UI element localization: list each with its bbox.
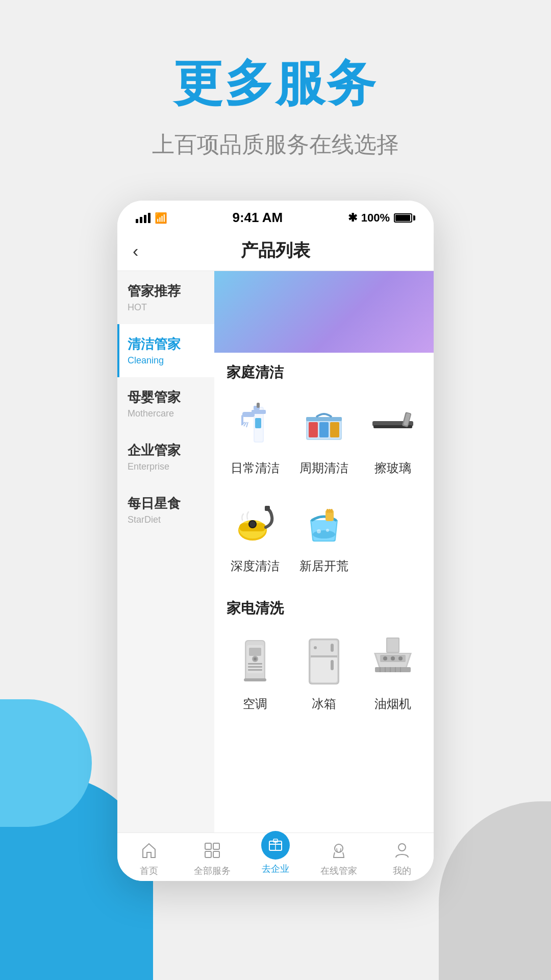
sidebar-item-stardiet-name: 每日星食 — [128, 495, 206, 512]
home-tab-icon — [138, 839, 160, 862]
svg-point-29 — [326, 529, 329, 532]
item-deep-cleaning[interactable]: 深度清洁 — [222, 486, 287, 580]
svg-rect-16 — [306, 417, 342, 421]
item-daily-cleaning[interactable]: 日常清洁 — [222, 388, 287, 482]
sidebar-item-cleaning-sub: Cleaning — [128, 355, 206, 366]
section-header-appliance-cleaning: 家电清洗 — [214, 589, 434, 624]
svg-rect-38 — [248, 666, 262, 668]
sidebar-item-cleaning-name: 清洁管家 — [128, 335, 206, 353]
ac-label: 空调 — [243, 696, 267, 712]
daily-cleaning-icon — [227, 397, 283, 453]
status-bar: 📶 9:41 AM ✱ 100% — [117, 201, 434, 231]
svg-rect-4 — [257, 403, 260, 408]
svg-rect-26 — [265, 506, 270, 511]
services-tab-icon — [201, 839, 223, 862]
back-button[interactable]: ‹ — [133, 241, 158, 261]
item-new-home[interactable]: 新居开荒 — [291, 486, 356, 580]
hood-icon — [365, 632, 421, 689]
item-glass-cleaning[interactable]: 擦玻璃 — [361, 388, 425, 482]
sidebar-item-hot-name: 管家推荐 — [128, 282, 206, 300]
sidebar-item-stardiet[interactable]: 每日星食 StarDiet — [117, 483, 214, 536]
manager-tab-icon — [328, 839, 350, 862]
home-tab-label: 首页 — [140, 865, 158, 877]
status-right: ✱ 100% — [348, 211, 415, 225]
services-tab-label: 全部服务 — [194, 865, 231, 877]
main-content: 家庭清洁 — [214, 271, 434, 832]
svg-point-42 — [254, 657, 257, 660]
nav-bar: ‹ 产品列表 — [117, 231, 434, 271]
daily-cleaning-label: 日常清洁 — [231, 460, 280, 476]
svg-rect-65 — [213, 843, 219, 849]
svg-rect-49 — [331, 660, 334, 670]
promo-section: 更多服务 上百项品质服务在线选择 — [0, 0, 551, 201]
appliance-cleaning-grid: 空调 — [214, 624, 434, 726]
svg-point-72 — [335, 844, 343, 852]
svg-rect-67 — [213, 851, 219, 857]
tab-enterprise[interactable]: 去企业 — [244, 839, 307, 877]
tab-bar: 首页 全部服务 去企业 — [117, 832, 434, 881]
svg-point-25 — [249, 521, 256, 527]
svg-point-62 — [391, 656, 395, 660]
svg-rect-50 — [311, 655, 337, 657]
item-hood[interactable]: 油烟机 — [361, 624, 425, 718]
sidebar-item-enterprise-name: 企业管家 — [128, 442, 206, 459]
svg-rect-43 — [244, 678, 266, 681]
promo-banner — [214, 271, 434, 353]
svg-rect-48 — [331, 644, 334, 652]
promo-title: 更多服务 — [0, 51, 551, 117]
svg-rect-32 — [331, 509, 333, 513]
svg-rect-39 — [248, 669, 262, 671]
bg-wave-right — [439, 801, 551, 980]
item-ac[interactable]: 空调 — [222, 624, 287, 718]
manager-tab-label: 在线管家 — [320, 865, 357, 877]
svg-rect-7 — [255, 418, 261, 428]
tab-manager[interactable]: 在线管家 — [307, 839, 370, 877]
svg-point-63 — [398, 656, 403, 660]
periodic-cleaning-icon — [296, 397, 352, 453]
new-home-label: 新居开荒 — [299, 558, 348, 574]
svg-point-61 — [383, 656, 387, 660]
wifi-icon: 📶 — [155, 212, 167, 224]
promo-subtitle: 上百项品质服务在线选择 — [0, 130, 551, 160]
sidebar-item-enterprise[interactable]: 企业管家 Enterprise — [117, 430, 214, 483]
sidebar-item-hot-sub: HOT — [128, 302, 206, 313]
svg-point-73 — [398, 844, 406, 851]
glass-cleaning-icon — [365, 397, 421, 453]
section-header-home-cleaning: 家庭清洁 — [214, 353, 434, 388]
sidebar-item-mothercare-sub: Mothercare — [128, 408, 206, 419]
item-periodic-cleaning[interactable]: 周期清洁 — [291, 388, 356, 482]
fridge-icon — [296, 632, 352, 689]
svg-line-10 — [246, 422, 248, 427]
svg-point-51 — [314, 646, 317, 649]
svg-rect-37 — [248, 663, 262, 665]
sidebar-item-stardiet-sub: StarDiet — [128, 514, 206, 525]
tab-home[interactable]: 首页 — [117, 839, 181, 877]
signal-icon — [136, 213, 151, 223]
sidebar-item-mothercare[interactable]: 母婴管家 Mothercare — [117, 377, 214, 430]
bluetooth-icon: ✱ — [348, 211, 357, 225]
tab-services[interactable]: 全部服务 — [181, 839, 244, 877]
svg-rect-64 — [205, 843, 211, 849]
svg-rect-40 — [249, 648, 261, 656]
deep-cleaning-label: 深度清洁 — [231, 558, 280, 574]
svg-rect-66 — [205, 851, 211, 857]
status-time: 9:41 AM — [232, 210, 283, 226]
enterprise-tab-icon — [261, 831, 290, 860]
status-left: 📶 — [136, 212, 167, 224]
sidebar-item-hot[interactable]: 管家推荐 HOT — [117, 271, 214, 324]
svg-rect-53 — [387, 639, 398, 652]
mine-tab-label: 我的 — [393, 865, 411, 877]
enterprise-tab-label: 去企业 — [262, 863, 289, 875]
item-fridge[interactable]: 冰箱 — [291, 624, 356, 718]
sidebar-item-mothercare-name: 母婴管家 — [128, 388, 206, 406]
svg-rect-14 — [319, 422, 329, 437]
svg-rect-5 — [242, 412, 255, 417]
tab-mine[interactable]: 我的 — [370, 839, 434, 877]
sidebar: 管家推荐 HOT 清洁管家 Cleaning 母婴管家 Mothercare 企… — [117, 271, 214, 832]
page-title: 产品列表 — [158, 239, 393, 262]
home-cleaning-grid: 日常清洁 — [214, 388, 434, 589]
sidebar-item-cleaning[interactable]: 清洁管家 Cleaning — [117, 324, 214, 377]
mine-tab-icon — [391, 839, 413, 862]
periodic-cleaning-label: 周期清洁 — [299, 460, 348, 476]
battery-icon — [394, 213, 415, 223]
